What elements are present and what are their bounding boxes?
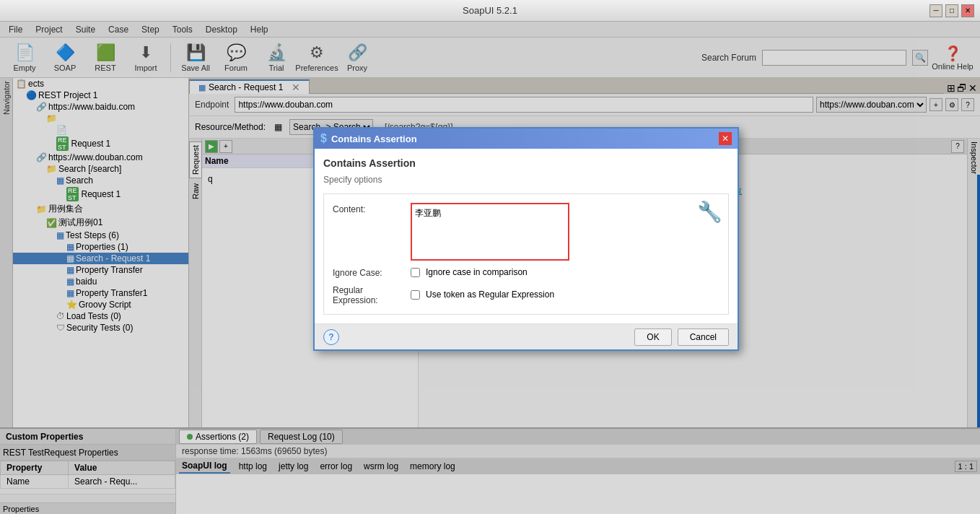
regex-row: Regular Expression: Use token as Regular…	[333, 284, 719, 305]
modal-gear-icon: 🔧	[697, 200, 722, 224]
minimize-button[interactable]: ─	[929, 4, 942, 17]
content-field-row: Content: 李亚鹏	[333, 203, 719, 261]
modal-titlebar: $ Contains Assertion ✕	[315, 128, 738, 149]
contains-assertion-modal: $ Contains Assertion ✕ Contains Assertio…	[313, 127, 739, 351]
modal-subheading: Specify options	[323, 175, 729, 185]
title-bar: SoapUI 5.2.1 ─ □ ✕	[0, 0, 980, 22]
modal-help-button[interactable]: ?	[323, 329, 339, 345]
modal-body: Contains Assertion Specify options 🔧 Con…	[315, 149, 738, 323]
regex-label: Regular Expression:	[333, 284, 405, 305]
modal-action-buttons: OK Cancel	[634, 328, 729, 346]
modal-content-area: 🔧 Content: 李亚鹏 Ignore Case: Ignore case …	[323, 193, 729, 315]
content-input[interactable]: 李亚鹏	[411, 203, 569, 261]
modal-title-text: Contains Assertion	[331, 134, 417, 144]
regex-text: Use token as Regular Expression	[426, 289, 554, 300]
ignore-case-checkbox[interactable]	[411, 268, 420, 277]
modal-overlay: $ Contains Assertion ✕ Contains Assertio…	[0, 22, 980, 514]
ignore-case-text: Ignore case in comparison	[426, 267, 528, 277]
modal-title-area: $ Contains Assertion	[320, 132, 417, 145]
modal-soapui-icon: $	[320, 132, 327, 145]
close-button[interactable]: ✕	[961, 4, 974, 17]
window-controls: ─ □ ✕	[929, 4, 974, 17]
maximize-button[interactable]: □	[945, 4, 958, 17]
ignore-case-row: Ignore Case: Ignore case in comparison	[333, 266, 719, 278]
ignore-case-label: Ignore Case:	[333, 266, 405, 278]
content-label: Content:	[333, 203, 405, 214]
modal-heading: Contains Assertion	[323, 157, 729, 169]
modal-ok-button[interactable]: OK	[634, 328, 671, 346]
modal-footer: ? OK Cancel	[315, 323, 738, 349]
regex-checkbox[interactable]	[411, 290, 420, 300]
modal-close-button[interactable]: ✕	[719, 132, 732, 145]
app-title: SoapUI 5.2.1	[463, 5, 517, 16]
modal-cancel-button[interactable]: Cancel	[678, 328, 729, 346]
